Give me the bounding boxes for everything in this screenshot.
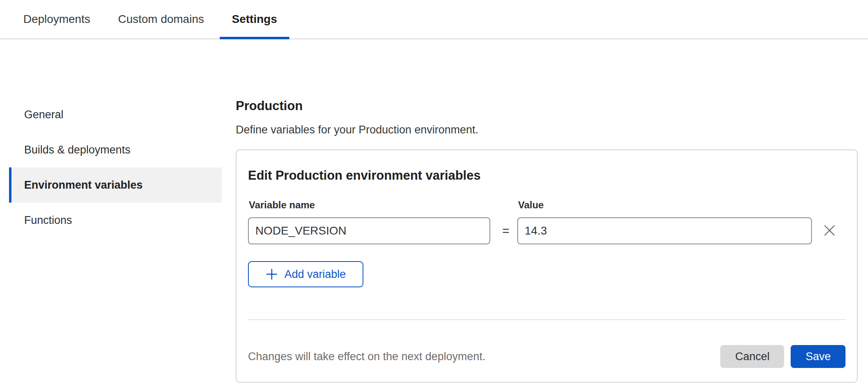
tab-label: Custom domains: [118, 13, 204, 26]
add-variable-label: Add variable: [284, 268, 346, 281]
card-divider: [248, 319, 845, 320]
sidenav-item-functions[interactable]: Functions: [9, 203, 222, 238]
settings-sidenav: General Builds & deployments Environment…: [9, 97, 222, 238]
tab-deployments[interactable]: Deployments: [11, 0, 102, 38]
save-button[interactable]: Save: [791, 345, 845, 368]
project-tab-bar: Deployments Custom domains Settings: [0, 0, 868, 39]
deployment-note: Changes will take effect on the next dep…: [248, 350, 720, 363]
variable-name-input[interactable]: [248, 217, 490, 244]
remove-variable-button[interactable]: [821, 222, 838, 239]
variable-value-input[interactable]: [517, 217, 812, 244]
equals-sign: =: [495, 217, 516, 244]
cancel-button[interactable]: Cancel: [720, 345, 784, 368]
variable-name-label: Variable name: [249, 199, 315, 211]
tab-settings[interactable]: Settings: [220, 0, 289, 38]
sidenav-item-label: Environment variables: [24, 179, 143, 192]
tab-label: Settings: [232, 13, 277, 26]
sidenav-item-builds-deployments[interactable]: Builds & deployments: [9, 132, 222, 167]
edit-variables-card: Edit Production environment variables Va…: [236, 149, 858, 383]
tab-custom-domains[interactable]: Custom domains: [106, 0, 216, 38]
sidenav-item-label: General: [24, 108, 63, 121]
sidenav-item-label: Builds & deployments: [24, 144, 131, 156]
add-variable-button[interactable]: Add variable: [248, 261, 363, 287]
environment-description: Define variables for your Production env…: [236, 123, 858, 137]
sidenav-item-environment-variables[interactable]: Environment variables: [9, 167, 222, 203]
sidenav-item-label: Functions: [24, 214, 72, 227]
tab-label: Deployments: [23, 13, 90, 26]
card-footer: Changes will take effect on the next dep…: [248, 345, 845, 368]
sidenav-item-general[interactable]: General: [9, 97, 222, 132]
value-label: Value: [518, 199, 544, 211]
environment-variables-panel: Production Define variables for your Pro…: [236, 98, 858, 385]
card-title: Edit Production environment variables: [248, 168, 480, 183]
plus-icon: [266, 268, 278, 280]
environment-heading: Production: [236, 98, 858, 114]
close-icon: [823, 223, 836, 239]
